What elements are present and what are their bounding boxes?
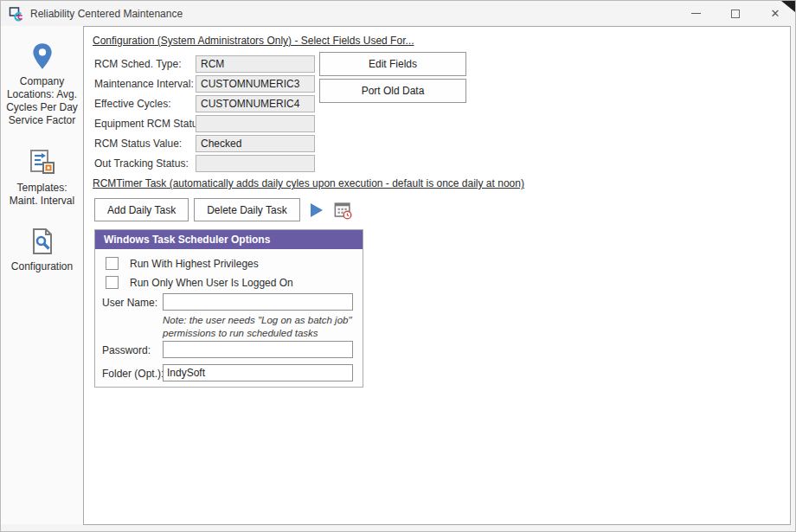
app-logo-icon: [9, 6, 24, 22]
equipment-rcm-status-field[interactable]: [196, 115, 315, 132]
batch-job-note: Note: the user needs "Log on as batch jo…: [163, 314, 369, 340]
checkbox-label: Run Only When User Is Logged On: [130, 277, 293, 289]
field-row-rcm-sched-type: RCM Sched. Type: RCM: [94, 54, 315, 74]
sidebar-item-label: Templates: Maint. Interval: [3, 182, 82, 208]
effective-cycles-field[interactable]: CUSTOMNUMERIC4: [196, 95, 315, 112]
user-name-input[interactable]: [163, 293, 353, 311]
field-row-out-tracking-status: Out Tracking Status:: [94, 153, 315, 173]
run-task-icon[interactable]: [311, 203, 323, 217]
templates-icon: [28, 148, 57, 177]
rcm-status-value-field[interactable]: Checked: [196, 135, 315, 152]
field-label: RCM Status Value:: [94, 138, 196, 150]
minimize-icon: [691, 13, 701, 14]
field-label: RCM Sched. Type:: [94, 58, 196, 70]
config-section-heading: Configuration (System Administrators Onl…: [93, 35, 414, 47]
rcm-sched-type-field[interactable]: RCM: [196, 55, 315, 73]
highest-privileges-option[interactable]: Run With Highest Privileges: [106, 257, 259, 270]
location-pin-icon: [28, 42, 57, 71]
mouse-cursor: [781, 1, 795, 12]
field-row-maintenance-interval: Maintenance Interval: CUSTOMNUMERIC3: [94, 74, 315, 93]
port-old-data-button[interactable]: Port Old Data: [319, 79, 466, 103]
title-bar: Reliability Centered Maintenance ✕: [1, 1, 795, 26]
password-input[interactable]: [163, 341, 353, 358]
maintenance-interval-field[interactable]: CUSTOMNUMERIC3: [196, 75, 315, 93]
task-scheduler-panel-header: Windows Task Scheduler Options: [95, 230, 363, 249]
sidebar-item-templates[interactable]: Templates: Maint. Interval: [1, 148, 83, 208]
field-label: Maintenance Interval:: [94, 78, 196, 90]
rcmtimer-section-heading: RCMTimer Task (automatically adds daily …: [93, 177, 524, 189]
logged-on-option[interactable]: Run Only When User Is Logged On: [106, 276, 293, 289]
close-icon: ✕: [771, 8, 780, 19]
password-label: Password:: [102, 344, 151, 356]
schedule-calendar-icon[interactable]: [333, 201, 352, 220]
app-window: Reliability Centered Maintenance ✕ Compa…: [0, 0, 796, 532]
logged-on-checkbox[interactable]: [106, 276, 119, 289]
sidebar-item-company-locations[interactable]: Company Locations: Avg. Cycles Per Day S…: [1, 42, 83, 127]
main-content-panel: Configuration (System Administrators Onl…: [83, 26, 791, 525]
folder-input[interactable]: [163, 364, 353, 381]
configuration-icon: [28, 227, 57, 256]
highest-privileges-checkbox[interactable]: [106, 257, 119, 270]
sidebar: Company Locations: Avg. Cycles Per Day S…: [1, 26, 83, 524]
field-row-equipment-rcm-status: Equipment RCM Status:: [94, 113, 315, 133]
field-row-rcm-status-value: RCM Status Value: Checked: [94, 133, 315, 153]
maximize-button[interactable]: [716, 1, 755, 26]
delete-daily-task-button[interactable]: Delete Daily Task: [194, 198, 299, 221]
user-name-label: User Name:: [102, 297, 157, 309]
edit-fields-button[interactable]: Edit Fields: [319, 52, 466, 76]
out-tracking-status-field[interactable]: [196, 155, 315, 172]
add-daily-task-button[interactable]: Add Daily Task: [94, 198, 189, 221]
field-label: Equipment RCM Status:: [94, 118, 196, 130]
sidebar-item-label: Configuration: [3, 260, 82, 273]
field-row-effective-cycles: Effective Cycles: CUSTOMNUMERIC4: [94, 93, 315, 113]
sidebar-item-label: Company Locations: Avg. Cycles Per Day S…: [3, 75, 82, 127]
task-scheduler-panel: Windows Task Scheduler Options Run With …: [94, 229, 363, 388]
sidebar-item-configuration[interactable]: Configuration: [1, 227, 83, 273]
maximize-icon: [731, 10, 740, 18]
checkbox-label: Run With Highest Privileges: [130, 258, 259, 270]
folder-label: Folder (Opt.):: [102, 368, 164, 380]
field-label: Effective Cycles:: [94, 98, 196, 110]
config-fields: RCM Sched. Type: RCM Maintenance Interva…: [94, 54, 315, 173]
window-title: Reliability Centered Maintenance: [30, 8, 183, 20]
minimize-button[interactable]: [676, 1, 716, 26]
field-label: Out Tracking Status:: [94, 157, 196, 170]
